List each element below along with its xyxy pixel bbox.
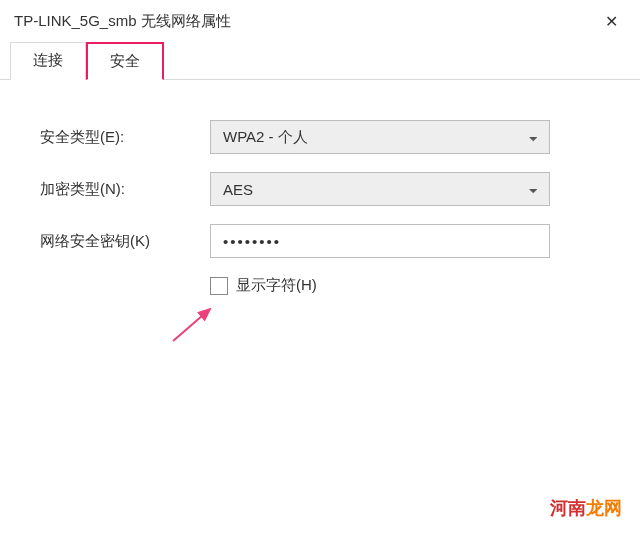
- label-show-characters: 显示字符(H): [236, 276, 317, 295]
- chevron-down-icon: 🞃: [528, 183, 539, 195]
- chevron-down-icon: 🞃: [528, 131, 539, 143]
- row-network-key: 网络安全密钥(K) ••••••••: [40, 224, 610, 258]
- select-security-type-value: WPA2 - 个人: [223, 128, 308, 147]
- label-encryption-type: 加密类型(N):: [40, 180, 210, 199]
- row-security-type: 安全类型(E): WPA2 - 个人 🞃: [40, 120, 610, 154]
- tab-security[interactable]: 安全: [86, 42, 164, 80]
- window-title: TP-LINK_5G_smb 无线网络属性: [14, 12, 231, 31]
- label-security-type: 安全类型(E):: [40, 128, 210, 147]
- tab-bar: 连接 安全: [0, 41, 640, 80]
- select-encryption-type[interactable]: AES 🞃: [210, 172, 550, 206]
- select-security-type[interactable]: WPA2 - 个人 🞃: [210, 120, 550, 154]
- titlebar: TP-LINK_5G_smb 无线网络属性 ✕: [0, 0, 640, 41]
- row-encryption-type: 加密类型(N): AES 🞃: [40, 172, 610, 206]
- row-show-characters: 显示字符(H): [210, 276, 610, 295]
- watermark-part2: 龙网: [586, 498, 622, 518]
- checkbox-show-characters[interactable]: [210, 277, 228, 295]
- input-network-key[interactable]: ••••••••: [210, 224, 550, 258]
- tab-connection[interactable]: 连接: [10, 42, 86, 80]
- watermark-part1: 河南: [550, 498, 586, 518]
- select-encryption-type-value: AES: [223, 181, 253, 198]
- input-network-key-value: ••••••••: [223, 233, 281, 250]
- label-network-key: 网络安全密钥(K): [40, 232, 210, 251]
- watermark: 河南龙网: [550, 496, 622, 520]
- close-icon[interactable]: ✕: [597, 8, 626, 35]
- tab-content: 安全类型(E): WPA2 - 个人 🞃 加密类型(N): AES 🞃 网络安全…: [0, 80, 640, 325]
